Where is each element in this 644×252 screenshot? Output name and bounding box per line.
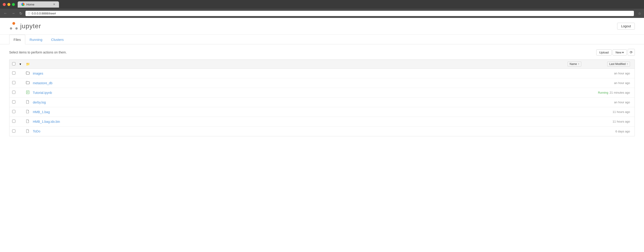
jupyter-logo-text: jupyter bbox=[20, 22, 41, 30]
new-dropdown-icon: ▾ bbox=[622, 51, 624, 54]
row-checkbox[interactable] bbox=[12, 120, 16, 123]
url-bar[interactable]: ⓘ 0.0.0.0:8888/tree# bbox=[26, 11, 634, 16]
row-checkbox[interactable] bbox=[12, 81, 16, 84]
row-name: derby.log bbox=[33, 100, 586, 104]
file-icon bbox=[26, 119, 33, 124]
maximize-window-button[interactable] bbox=[12, 3, 15, 6]
new-button[interactable]: New ▾ bbox=[612, 49, 627, 56]
row-modified: 6 days ago bbox=[586, 130, 632, 133]
tab-running[interactable]: Running bbox=[25, 35, 47, 44]
svg-point-2 bbox=[16, 27, 18, 30]
table-row: derby.log an hour ago bbox=[10, 98, 634, 107]
running-badge: Running bbox=[598, 91, 608, 94]
header-name-cell: Name ↑ bbox=[33, 62, 586, 66]
table-row: metastore_db an hour ago bbox=[10, 78, 634, 88]
row-checkbox[interactable] bbox=[12, 72, 16, 74]
back-button[interactable]: ← bbox=[3, 11, 8, 16]
row-checkbox[interactable] bbox=[12, 91, 16, 94]
name-column-label: Name bbox=[570, 62, 577, 66]
modified-column-label: Last Modified bbox=[609, 62, 626, 66]
svg-point-3 bbox=[13, 23, 14, 24]
file-browser-header: Select items to perform actions on them.… bbox=[9, 49, 635, 56]
row-checkbox-cell bbox=[12, 120, 20, 124]
page-content: jupyter Logout Files Running Clusters Se… bbox=[0, 18, 644, 156]
row-checkbox-cell bbox=[12, 130, 20, 133]
close-window-button[interactable] bbox=[3, 3, 6, 6]
row-checkbox-cell bbox=[12, 72, 20, 75]
file-link[interactable]: HMB_1.bag.idx.bin bbox=[33, 120, 60, 124]
tab-close-button[interactable]: ✕ bbox=[53, 3, 55, 6]
file-link[interactable]: Tutorial.ipynb bbox=[33, 91, 52, 94]
row-checkbox[interactable] bbox=[12, 130, 16, 133]
new-button-label: New bbox=[616, 51, 622, 54]
file-link[interactable]: derby.log bbox=[33, 100, 46, 104]
modified-sort-button[interactable]: Last Modified ↑ bbox=[607, 62, 630, 66]
minimize-window-button[interactable] bbox=[7, 3, 10, 6]
row-checkbox-cell bbox=[12, 81, 20, 85]
row-checkbox[interactable] bbox=[12, 100, 16, 104]
header-folder-cell: 📁 bbox=[26, 62, 33, 66]
folder-icon bbox=[26, 81, 33, 85]
file-link[interactable]: HMB_1.bag bbox=[33, 110, 50, 114]
jupyter-logo-icon bbox=[9, 22, 18, 31]
action-buttons: Upload New ▾ ⟳ bbox=[596, 49, 635, 56]
file-link[interactable]: images bbox=[33, 72, 43, 75]
svg-point-1 bbox=[10, 27, 12, 30]
row-modified: an hour ago bbox=[586, 72, 632, 75]
row-name: ToDo bbox=[33, 130, 586, 133]
file-link[interactable]: ToDo bbox=[33, 130, 40, 133]
table-row: images an hour ago bbox=[10, 68, 634, 78]
tab-clusters[interactable]: Clusters bbox=[47, 35, 68, 44]
row-name: HMB_1.bag bbox=[33, 110, 586, 114]
select-all-checkbox[interactable] bbox=[12, 62, 16, 66]
address-bar: ← → ↻ ⓘ 0.0.0.0:8888/tree# ☆ bbox=[0, 9, 644, 18]
forward-button[interactable]: → bbox=[10, 11, 16, 16]
logout-button[interactable]: Logout bbox=[617, 23, 635, 30]
reload-button[interactable]: ↻ bbox=[18, 11, 23, 16]
browser-tab[interactable]: Home ✕ bbox=[18, 2, 59, 8]
header-dropdown-icon[interactable]: ▾ bbox=[20, 62, 21, 66]
row-checkbox-cell bbox=[12, 91, 20, 94]
row-checkbox[interactable] bbox=[12, 110, 16, 113]
row-name: HMB_1.bag.idx.bin bbox=[33, 120, 586, 124]
file-icon bbox=[26, 129, 33, 134]
nav-tabs: Files Running Clusters bbox=[0, 35, 644, 44]
row-modified: an hour ago bbox=[586, 100, 632, 104]
file-table: ▾ 📁 Name ↑ Last Modified ↑ bbox=[9, 60, 635, 136]
tab-title: Home bbox=[26, 3, 34, 6]
header-folder-icon: 📁 bbox=[26, 62, 30, 66]
refresh-button[interactable]: ⟳ bbox=[628, 49, 635, 56]
upload-button[interactable]: Upload bbox=[596, 49, 612, 56]
url-security-icon: ⓘ bbox=[28, 12, 30, 15]
notebook-icon bbox=[26, 90, 33, 95]
modified-sort-icon: ↑ bbox=[626, 62, 628, 66]
name-sort-button[interactable]: Name ↑ bbox=[568, 62, 581, 66]
table-row: ToDo 6 days ago bbox=[10, 126, 634, 136]
header-dropdown-cell: ▾ bbox=[20, 62, 26, 66]
url-text: 0.0.0.0:8888/tree# bbox=[32, 12, 56, 15]
table-row: HMB_1.bag 11 hours ago bbox=[10, 107, 634, 117]
file-icon bbox=[26, 100, 33, 104]
window-controls bbox=[3, 3, 15, 6]
table-row: Tutorial.ipynb Running21 minutes ago bbox=[10, 88, 634, 98]
name-sort-icon: ↑ bbox=[578, 62, 579, 66]
instructions-text: Select items to perform actions on them. bbox=[9, 50, 67, 54]
row-modified: an hour ago bbox=[586, 81, 632, 85]
folder-icon bbox=[26, 71, 33, 76]
file-table-header: ▾ 📁 Name ↑ Last Modified ↑ bbox=[10, 60, 634, 68]
bookmark-icon[interactable]: ☆ bbox=[638, 11, 641, 16]
row-name: Tutorial.ipynb bbox=[33, 91, 586, 94]
jupyter-header: jupyter Logout bbox=[0, 18, 644, 35]
browser-chrome: Home ✕ ← → ↻ ⓘ 0.0.0.0:8888/tree# ☆ bbox=[0, 0, 644, 18]
tab-favicon-icon bbox=[21, 3, 24, 6]
tab-files[interactable]: Files bbox=[9, 35, 25, 44]
file-icon bbox=[26, 110, 33, 114]
header-checkbox-cell bbox=[12, 62, 20, 66]
file-link[interactable]: metastore_db bbox=[33, 81, 52, 85]
row-modified: Running21 minutes ago bbox=[586, 91, 632, 94]
row-modified: 11 hours ago bbox=[586, 110, 632, 114]
title-bar: Home ✕ bbox=[0, 0, 644, 9]
row-checkbox-cell bbox=[12, 110, 20, 114]
jupyter-logo: jupyter bbox=[9, 22, 41, 31]
file-browser: Select items to perform actions on them.… bbox=[0, 44, 644, 141]
